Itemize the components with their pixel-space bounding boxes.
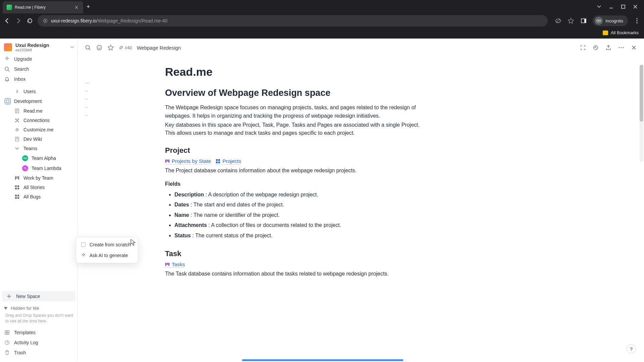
new-space-popup: Create from scratch Ask AI to generate bbox=[76, 237, 138, 263]
link-tasks[interactable]: Tasks bbox=[165, 261, 185, 268]
tree-item-all-stories[interactable]: All Stories bbox=[0, 183, 77, 192]
entity-id: #40 bbox=[125, 45, 132, 50]
new-space-button[interactable]: New Space bbox=[2, 291, 75, 301]
list-item[interactable]: Attachments : A collection of files or d… bbox=[174, 220, 420, 230]
scrollbar[interactable] bbox=[640, 65, 643, 162]
tree-item-connections[interactable]: Connections bbox=[0, 116, 77, 125]
svg-rect-44 bbox=[165, 160, 166, 163]
heading-project[interactable]: Project bbox=[165, 146, 420, 155]
workspace-name: Uxui Redesign bbox=[15, 43, 67, 48]
hidden-for-me-toggle[interactable]: Hidden for Me bbox=[4, 306, 73, 311]
reload-icon[interactable] bbox=[26, 17, 34, 24]
more-icon[interactable] bbox=[618, 44, 625, 51]
tree-label: Work by Team bbox=[23, 175, 53, 181]
popup-ask-ai[interactable]: Ask AI to generate bbox=[76, 250, 138, 261]
tabs-dropdown-icon[interactable] bbox=[597, 5, 601, 9]
popup-create-from-scratch[interactable]: Create from scratch bbox=[76, 239, 138, 250]
emoji-icon[interactable] bbox=[96, 44, 103, 51]
star-icon[interactable] bbox=[107, 44, 114, 51]
history-icon[interactable] bbox=[592, 44, 599, 51]
field-name: Name bbox=[174, 212, 189, 218]
sidebar-activity-log[interactable]: Activity Log bbox=[0, 338, 77, 348]
tree-label: All Bugs bbox=[23, 194, 41, 199]
link-projects-by-state[interactable]: Projects by State bbox=[165, 158, 211, 165]
space-icon bbox=[5, 98, 11, 104]
page-title[interactable]: Read.me bbox=[165, 65, 420, 78]
close-icon[interactable] bbox=[631, 44, 637, 51]
eye-off-icon[interactable] bbox=[554, 17, 562, 24]
tree-item-work-by-team[interactable]: Work by Team bbox=[0, 173, 77, 183]
outline-rail[interactable] bbox=[85, 83, 89, 123]
sidebar-upgrade[interactable]: Upgrade bbox=[0, 54, 77, 64]
tree-item-team-lambda[interactable]: TL Team Lambda bbox=[0, 163, 77, 173]
paragraph[interactable]: The Task database contains information a… bbox=[165, 270, 420, 278]
fields-heading[interactable]: Fields bbox=[165, 181, 420, 187]
bell-icon bbox=[4, 76, 10, 82]
tree-item-devwiki[interactable]: Dev Wiki bbox=[0, 134, 77, 144]
link-projects[interactable]: Projects bbox=[216, 158, 241, 165]
bookmarks-bar: All Bookmarks bbox=[0, 28, 644, 39]
tree-item-readme[interactable]: Read.me bbox=[0, 106, 77, 116]
svg-rect-30 bbox=[17, 197, 19, 199]
tree-item-team-alpha[interactable]: TA Team Alpha bbox=[0, 153, 77, 163]
tree-item-users[interactable]: Users bbox=[0, 87, 77, 96]
tree-item-all-bugs[interactable]: All Bugs bbox=[0, 192, 77, 201]
kebab-menu-icon[interactable] bbox=[633, 17, 641, 24]
sidebar-inbox[interactable]: Inbox bbox=[0, 74, 77, 84]
field-name: Dates bbox=[174, 202, 189, 207]
tree-space-development[interactable]: Development bbox=[0, 96, 77, 106]
sidebar: Uxui Redesign ea131bb8 Upgrade Search In… bbox=[0, 39, 78, 361]
all-bookmarks-button[interactable]: All Bookmarks bbox=[603, 30, 639, 35]
paragraph[interactable]: The Project database contains informatio… bbox=[165, 167, 420, 175]
entity-id-chip[interactable]: #40 bbox=[119, 45, 132, 50]
svg-point-6 bbox=[599, 20, 601, 22]
share-icon[interactable] bbox=[605, 44, 612, 51]
field-desc: : The start and end dates of the project… bbox=[189, 202, 284, 207]
fields-list: Description : A description of the webpa… bbox=[165, 190, 420, 241]
new-tab-button[interactable]: + bbox=[87, 3, 90, 10]
window-maximize-icon[interactable] bbox=[621, 5, 625, 9]
list-item[interactable]: Dates : The start and end dates of the p… bbox=[174, 200, 420, 210]
list-item[interactable]: Name : The name or identifier of the pro… bbox=[174, 210, 420, 220]
sidebar-templates[interactable]: Templates bbox=[0, 327, 77, 338]
paragraph[interactable]: The Webpage Redesign space focuses on ma… bbox=[165, 104, 420, 120]
scrollbar-thumb[interactable] bbox=[640, 65, 643, 122]
breadcrumb[interactable]: Webpage Redesign bbox=[137, 45, 181, 51]
sidebar-trash[interactable]: Trash bbox=[0, 348, 77, 358]
tree-item-teams[interactable]: Teams bbox=[0, 144, 77, 153]
list-item[interactable]: Description : A description of the webpa… bbox=[174, 190, 420, 200]
trash-icon bbox=[4, 350, 10, 355]
svg-point-8 bbox=[636, 20, 637, 21]
url-bar[interactable]: uxui-redesign.fibery.io/Webpage_Redesign… bbox=[38, 15, 548, 26]
workspace-switcher[interactable]: Uxui Redesign ea131bb8 bbox=[0, 39, 77, 54]
tree-label: Teams bbox=[23, 146, 37, 151]
workspace-id: ea131bb8 bbox=[15, 48, 67, 52]
list-item[interactable]: Status : The current status of the proje… bbox=[174, 231, 420, 241]
close-icon[interactable] bbox=[74, 5, 79, 10]
field-name: Status bbox=[174, 233, 191, 238]
connections-icon bbox=[14, 118, 20, 123]
tree-item-customize[interactable]: Customize.me bbox=[0, 125, 77, 134]
popup-item-label: Create from scratch bbox=[90, 242, 131, 247]
browser-tab[interactable]: Read.me | Fibery bbox=[3, 1, 83, 13]
search-icon[interactable] bbox=[85, 44, 91, 51]
back-icon[interactable] bbox=[3, 17, 11, 24]
heading-overview[interactable]: Overview of Webpage Redesign space bbox=[165, 88, 420, 98]
paragraph[interactable]: Key databases in this space are Project,… bbox=[165, 121, 420, 138]
window-close-icon[interactable] bbox=[633, 5, 637, 9]
incognito-chip[interactable]: Incognito bbox=[593, 15, 628, 26]
sidebar-search[interactable]: Search bbox=[0, 64, 77, 74]
forward-icon[interactable] bbox=[15, 17, 22, 24]
tree-label: Users bbox=[23, 89, 36, 94]
hidden-label: Hidden for Me bbox=[11, 306, 39, 311]
svg-point-14 bbox=[18, 121, 19, 122]
incognito-label: Incognito bbox=[605, 18, 623, 23]
window-minimize-icon[interactable] bbox=[609, 5, 613, 9]
heading-task[interactable]: Task bbox=[165, 249, 420, 258]
expand-icon[interactable] bbox=[580, 44, 586, 51]
side-panel-icon[interactable] bbox=[580, 17, 587, 24]
svg-point-39 bbox=[98, 47, 99, 48]
svg-point-7 bbox=[636, 18, 637, 19]
bookmark-star-icon[interactable] bbox=[567, 17, 575, 24]
help-button[interactable]: ? bbox=[627, 344, 636, 354]
